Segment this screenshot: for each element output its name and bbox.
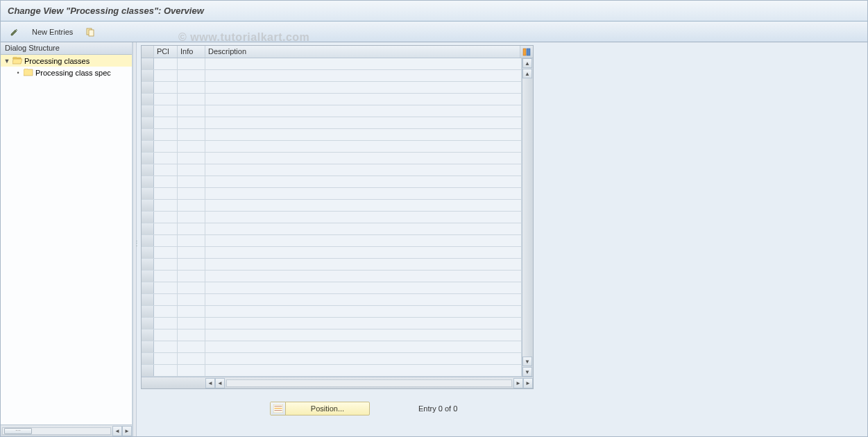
scroll-right-icon[interactable]: ► <box>523 378 533 388</box>
table-cell[interactable] <box>205 117 522 128</box>
table-cell[interactable] <box>142 294 154 305</box>
table-cell[interactable] <box>205 70 522 81</box>
toggle-display-change-icon[interactable] <box>6 25 23 39</box>
table-cell[interactable] <box>205 212 522 223</box>
table-cell[interactable] <box>178 164 205 175</box>
table-cell[interactable] <box>178 200 205 211</box>
table-cell[interactable] <box>142 247 154 258</box>
table-row[interactable] <box>142 341 522 353</box>
tree-node-processing-class-spec[interactable]: • Processing class spec <box>1 67 132 78</box>
table-row[interactable] <box>142 235 522 247</box>
table-cell[interactable] <box>205 294 522 305</box>
table-row[interactable] <box>142 282 522 294</box>
table-cell[interactable] <box>142 365 154 376</box>
table-row[interactable] <box>142 329 522 341</box>
table-cell[interactable] <box>178 141 205 152</box>
table-row[interactable] <box>142 318 522 329</box>
table-vertical-scrollbar[interactable]: ▲ ▲ ▼ ▼ <box>522 58 533 377</box>
table-cell[interactable] <box>205 341 522 352</box>
table-cell[interactable] <box>154 176 178 187</box>
scrollbar-track[interactable] <box>2 427 111 435</box>
scroll-up-icon[interactable]: ▲ <box>522 69 532 78</box>
table-cell[interactable] <box>154 235 178 246</box>
table-cell[interactable] <box>154 212 178 223</box>
table-cell[interactable] <box>205 94 522 105</box>
table-cell[interactable] <box>154 365 178 376</box>
table-row[interactable] <box>142 141 522 153</box>
table-cell[interactable] <box>154 82 178 93</box>
table-cell[interactable] <box>178 306 205 317</box>
table-row[interactable] <box>142 212 522 223</box>
table-cell[interactable] <box>142 188 154 199</box>
table-cell[interactable] <box>178 282 205 293</box>
table-row[interactable] <box>142 70 522 82</box>
table-cell[interactable] <box>178 94 205 105</box>
scrollbar-track[interactable] <box>226 379 512 387</box>
table-cell[interactable] <box>142 235 154 246</box>
table-cell[interactable] <box>142 318 154 329</box>
sidebar-horizontal-scrollbar[interactable]: ◄ ► <box>1 425 132 436</box>
table-cell[interactable] <box>178 341 205 352</box>
table-cell[interactable] <box>142 306 154 317</box>
table-cell[interactable] <box>154 259 178 270</box>
table-row[interactable] <box>142 200 522 212</box>
table-cell[interactable] <box>154 247 178 258</box>
table-cell[interactable] <box>142 94 154 105</box>
table-cell[interactable] <box>142 282 154 293</box>
scroll-right-icon[interactable]: ► <box>122 426 132 436</box>
table-cell[interactable] <box>178 271 205 282</box>
table-cell[interactable] <box>178 365 205 376</box>
scroll-down-icon[interactable]: ▼ <box>522 367 532 377</box>
new-entries-button[interactable]: New Entries <box>27 26 78 38</box>
column-header-info[interactable]: Info <box>178 46 205 58</box>
table-cell[interactable] <box>154 70 178 81</box>
table-cell[interactable] <box>154 294 178 305</box>
table-cell[interactable] <box>178 117 205 128</box>
table-cell[interactable] <box>154 223 178 234</box>
scroll-left-icon[interactable]: ◄ <box>215 378 225 388</box>
table-cell[interactable] <box>154 306 178 317</box>
table-row[interactable] <box>142 271 522 282</box>
table-cell[interactable] <box>205 200 522 211</box>
table-cell[interactable] <box>205 365 522 376</box>
table-cell[interactable] <box>205 188 522 199</box>
table-row[interactable] <box>142 176 522 188</box>
select-all-column-header[interactable] <box>142 46 154 58</box>
table-cell[interactable] <box>205 235 522 246</box>
table-cell[interactable] <box>178 329 205 341</box>
table-cell[interactable] <box>142 259 154 270</box>
table-cell[interactable] <box>142 341 154 352</box>
column-header-description[interactable]: Description <box>205 46 520 58</box>
table-cell[interactable] <box>205 282 522 293</box>
table-cell[interactable] <box>154 129 178 140</box>
table-row[interactable] <box>142 223 522 235</box>
tree-node-processing-classes[interactable]: ▼ Processing classes <box>1 55 132 67</box>
table-cell[interactable] <box>178 105 205 117</box>
table-cell[interactable] <box>205 271 522 282</box>
table-cell[interactable] <box>154 341 178 352</box>
table-cell[interactable] <box>154 117 178 128</box>
table-row[interactable] <box>142 117 522 129</box>
table-cell[interactable] <box>178 235 205 246</box>
table-cell[interactable] <box>142 129 154 140</box>
table-configure-icon[interactable] <box>520 46 533 58</box>
table-cell[interactable] <box>205 141 522 152</box>
table-cell[interactable] <box>154 105 178 117</box>
table-cell[interactable] <box>142 271 154 282</box>
table-cell[interactable] <box>178 129 205 140</box>
table-cell[interactable] <box>178 176 205 187</box>
table-cell[interactable] <box>205 164 522 175</box>
table-row[interactable] <box>142 365 522 377</box>
table-cell[interactable] <box>178 70 205 81</box>
table-cell[interactable] <box>178 294 205 305</box>
table-cell[interactable] <box>205 129 522 140</box>
table-cell[interactable] <box>154 282 178 293</box>
table-cell[interactable] <box>178 353 205 364</box>
table-cell[interactable] <box>205 176 522 187</box>
table-cell[interactable] <box>205 353 522 364</box>
table-row[interactable] <box>142 82 522 94</box>
table-cell[interactable] <box>178 58 205 69</box>
table-cell[interactable] <box>142 200 154 211</box>
table-cell[interactable] <box>178 223 205 234</box>
table-cell[interactable] <box>142 105 154 117</box>
